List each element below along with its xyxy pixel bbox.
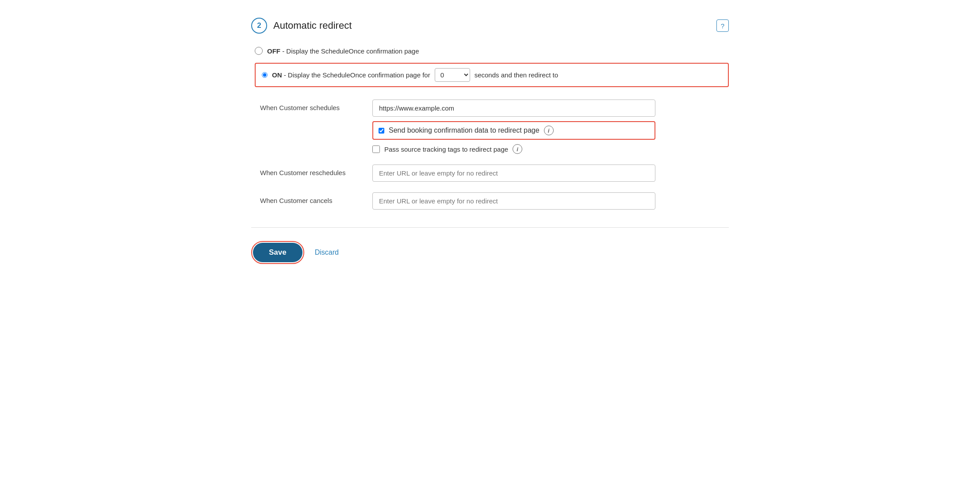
send-confirmation-checkbox[interactable] bbox=[379, 128, 384, 134]
redirect-radio-group: OFF - Display the ScheduleOnce confirmat… bbox=[251, 47, 729, 87]
on-radio-row-box: ON - Display the ScheduleOnce confirmati… bbox=[255, 63, 729, 87]
discard-button[interactable]: Discard bbox=[315, 249, 339, 256]
seconds-select[interactable]: 0 3 5 10 bbox=[435, 68, 470, 82]
cancels-url-input[interactable] bbox=[372, 192, 655, 210]
schedules-checkboxes: Send booking confirmation data to redire… bbox=[372, 121, 655, 154]
footer-divider bbox=[251, 227, 729, 228]
reschedules-url-input[interactable] bbox=[372, 164, 655, 182]
off-radio-row: OFF - Display the ScheduleOnce confirmat… bbox=[255, 47, 729, 55]
pass-tracking-label[interactable]: Pass source tracking tags to redirect pa… bbox=[384, 145, 508, 153]
pass-tracking-info-icon[interactable]: i bbox=[513, 144, 522, 154]
step-circle: 2 bbox=[251, 18, 267, 34]
send-confirmation-row: Send booking confirmation data to redire… bbox=[372, 121, 655, 140]
save-button[interactable]: Save bbox=[253, 243, 302, 262]
schedules-field-inputs: Send booking confirmation data to redire… bbox=[372, 99, 655, 154]
off-radio[interactable] bbox=[255, 47, 263, 55]
off-radio-label[interactable]: OFF - Display the ScheduleOnce confirmat… bbox=[267, 47, 419, 55]
send-confirmation-label[interactable]: Send booking confirmation data to redire… bbox=[389, 126, 540, 134]
footer-actions: Save Discard bbox=[251, 241, 729, 264]
reschedules-label: When Customer reschedules bbox=[260, 164, 362, 176]
section-header: 2 Automatic redirect ? bbox=[251, 18, 729, 34]
schedules-field-row: When Customer schedules Send booking con… bbox=[260, 99, 729, 154]
help-icon-button[interactable]: ? bbox=[716, 19, 729, 32]
pass-tracking-checkbox[interactable] bbox=[372, 145, 380, 153]
save-button-wrapper: Save bbox=[251, 241, 304, 264]
pass-tracking-row: Pass source tracking tags to redirect pa… bbox=[372, 144, 655, 154]
send-confirmation-info-icon[interactable]: i bbox=[544, 126, 554, 135]
cancels-field-row: When Customer cancels bbox=[260, 192, 729, 210]
schedules-url-input[interactable] bbox=[372, 99, 655, 117]
seconds-suffix-label: seconds and then redirect to bbox=[475, 71, 558, 79]
schedules-label: When Customer schedules bbox=[260, 99, 362, 111]
cancels-field-inputs bbox=[372, 192, 655, 210]
reschedules-field-row: When Customer reschedules bbox=[260, 164, 729, 182]
cancels-label: When Customer cancels bbox=[260, 192, 362, 204]
reschedules-field-inputs bbox=[372, 164, 655, 182]
page-title: Automatic redirect bbox=[273, 20, 352, 31]
on-radio[interactable] bbox=[262, 72, 268, 78]
on-radio-label[interactable]: ON - Display the ScheduleOnce confirmati… bbox=[272, 71, 430, 79]
fields-section: When Customer schedules Send booking con… bbox=[260, 99, 729, 210]
